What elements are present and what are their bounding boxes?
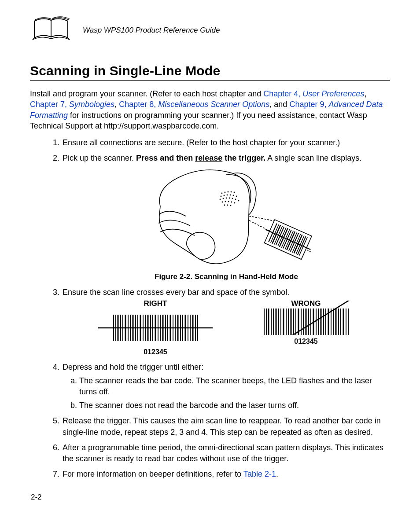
step-7-text: For more information on beeper definitio… — [63, 470, 243, 478]
svg-point-12 — [223, 198, 224, 199]
svg-point-8 — [230, 194, 231, 195]
step-4-sublist: The scanner reads the bar code. The scan… — [63, 375, 390, 411]
svg-point-10 — [236, 195, 237, 197]
svg-point-0 — [221, 192, 223, 194]
svg-point-13 — [226, 197, 227, 198]
step-7-text-end: . — [276, 470, 278, 478]
svg-point-25 — [230, 205, 232, 206]
svg-point-16 — [235, 198, 236, 200]
svg-point-2 — [228, 191, 229, 192]
barcode-wrong-code: 012345 — [294, 337, 317, 346]
page-number: 2-2 — [31, 493, 42, 502]
svg-point-19 — [225, 201, 226, 202]
link-chapter7-title[interactable]: Symbologies — [69, 100, 114, 109]
svg-point-22 — [234, 202, 236, 203]
book-icon — [30, 15, 73, 46]
step-2-text: Pick up the scanner. — [63, 154, 136, 162]
steps-list: Ensure all connections are secure. (Refe… — [30, 137, 390, 480]
step-4-text: Depress and hold the trigger until eithe… — [63, 363, 203, 371]
barcode-wrong-icon — [247, 301, 365, 335]
intro-text: , — [364, 89, 366, 98]
link-chapter4-title[interactable]: User Preferences — [302, 89, 364, 98]
intro-text: , — [114, 100, 119, 109]
figure-scanner — [116, 167, 336, 268]
barcode-right-code: 012345 — [144, 347, 167, 357]
wrong-column: WRONG 012345 — [236, 298, 376, 347]
step-6: After a programmable time period, the om… — [62, 442, 390, 464]
svg-point-18 — [222, 201, 223, 202]
link-chapter9[interactable]: Chapter 9, — [289, 100, 328, 109]
link-table-2-1[interactable]: Table 2-1 — [243, 470, 276, 478]
svg-point-21 — [231, 201, 232, 202]
svg-point-9 — [233, 195, 234, 196]
intro-text: Install and program your scanner. (Refer… — [30, 89, 263, 98]
link-chapter7[interactable]: Chapter 7, — [30, 100, 69, 109]
step-5: Release the trigger. This causes the aim… — [62, 415, 390, 437]
step-3: Ensure the scan line crosses every bar a… — [62, 287, 390, 357]
intro-text: , and — [269, 100, 289, 109]
link-chapter4[interactable]: Chapter 4, — [263, 89, 302, 98]
barcode-right-icon — [96, 311, 215, 345]
svg-point-11 — [220, 198, 221, 200]
svg-point-14 — [229, 197, 230, 198]
right-wrong-row: RIGHT 012345 WRONG — [80, 298, 381, 357]
step-4b: The scanner does not read the barcode an… — [79, 400, 390, 411]
figure-caption: Figure 2-2. Scanning in Hand-Held Mode — [63, 272, 390, 282]
section-heading: Scanning in Single-Line Mode — [30, 63, 390, 81]
page-header: Wasp WPS100 Product Reference Guide — [30, 15, 390, 46]
guide-title: Wasp WPS100 Product Reference Guide — [83, 26, 220, 35]
svg-point-24 — [227, 204, 228, 206]
step-3-text: Ensure the scan line crosses every bar a… — [63, 288, 289, 297]
svg-point-4 — [234, 191, 235, 193]
right-column: RIGHT 012345 — [85, 298, 226, 357]
svg-point-7 — [227, 194, 228, 195]
svg-point-3 — [231, 191, 232, 192]
link-chapter8[interactable]: Chapter 8, — [119, 100, 158, 109]
step-2-bold: Press and then release the trigger. — [136, 154, 265, 162]
svg-point-5 — [221, 195, 222, 197]
intro-paragraph: Install and program your scanner. (Refer… — [30, 88, 390, 131]
step-1: Ensure all connections are secure. (Refe… — [62, 137, 390, 148]
svg-point-17 — [238, 200, 239, 201]
right-label: RIGHT — [144, 298, 167, 309]
svg-point-23 — [224, 204, 225, 206]
step-7: For more information on beeper definitio… — [62, 469, 390, 480]
step-4a: The scanner reads the bar code. The scan… — [79, 375, 390, 397]
svg-point-6 — [224, 195, 225, 196]
step-2: Pick up the scanner. Press and then rele… — [62, 153, 390, 282]
scanner-illustration-icon — [134, 167, 319, 268]
step-2-text-end: A single scan line displays. — [265, 154, 361, 162]
svg-point-1 — [225, 191, 226, 193]
link-chapter8-title[interactable]: Miscellaneous Scanner Options — [158, 100, 269, 109]
svg-point-20 — [228, 201, 229, 202]
svg-point-15 — [232, 198, 233, 199]
step-4: Depress and hold the trigger until eithe… — [62, 362, 390, 411]
intro-text: for instructions on programming your sca… — [30, 111, 367, 130]
